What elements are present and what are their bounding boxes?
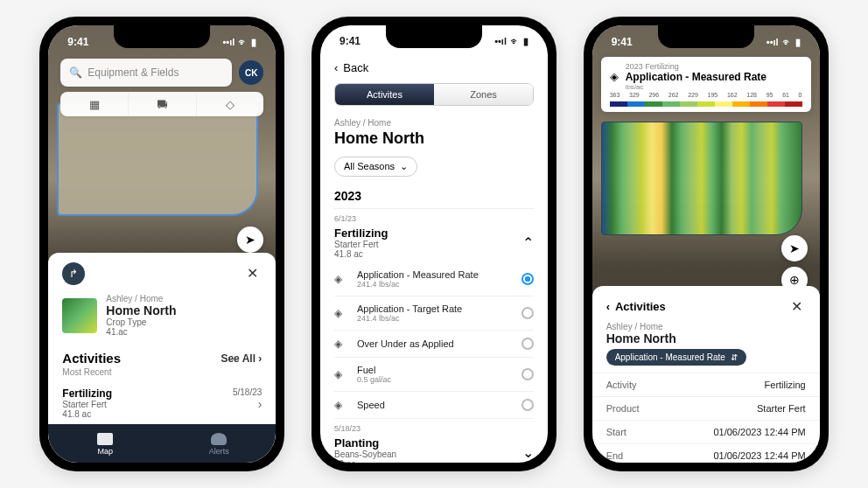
season-filter[interactable]: All Seasons ⌄ <box>334 157 417 177</box>
tab-map[interactable]: Map <box>48 424 162 463</box>
seg-activities[interactable]: Activites <box>335 84 434 105</box>
layers-icon: ◈ <box>334 399 348 411</box>
status-time: 9:41 <box>67 36 88 48</box>
sheet-title: Activities <box>615 300 666 313</box>
tab-alerts[interactable]: Alerts <box>162 424 276 463</box>
field-area: 41.ac <box>106 327 262 337</box>
phone-frame-1: 9:41 ••ıl ᯤ ▮ 🔍 Equipment & Fields CK ▦ … <box>39 17 284 471</box>
radio-button[interactable] <box>522 399 534 411</box>
tool-vehicle-icon[interactable]: ⛟ <box>129 92 197 116</box>
activity-group-fertilizing[interactable]: Fertilizing Starter Fert 41.8 ac ⌃ <box>334 223 534 262</box>
map-icon <box>97 433 113 445</box>
back-button[interactable]: ‹ Back <box>334 58 534 78</box>
notch <box>658 25 754 48</box>
see-all-button[interactable]: See All › <box>220 352 262 365</box>
layers-icon: ◈ <box>334 307 348 319</box>
chevron-down-icon: ⌄ <box>522 444 534 461</box>
radio-button[interactable] <box>522 273 534 285</box>
activity-date: 5/18/23 <box>233 387 262 397</box>
battery-icon: ▮ <box>795 37 801 48</box>
legend-card: ◈ 2023 Fertilizing Application - Measure… <box>601 57 811 112</box>
layers-icon: ◈ <box>334 338 348 350</box>
field-heatmap[interactable] <box>601 122 802 235</box>
layer-option[interactable]: ◈Speed <box>334 392 534 419</box>
layer-option[interactable]: ◈Application - Target Rate241.4 lbs/ac <box>334 296 534 331</box>
search-input[interactable]: 🔍 Equipment & Fields <box>60 59 232 87</box>
breadcrumb: Ashley / Home <box>106 294 262 303</box>
activity-sub: Starter Fert <box>62 400 112 409</box>
activity-name: Fertilizing <box>62 387 112 400</box>
status-time: 9:41 <box>612 36 633 48</box>
tool-tag-icon[interactable]: ◇ <box>197 92 264 116</box>
close-icon[interactable]: ✕ <box>243 261 262 285</box>
phone-frame-3: 9:41 ••ıl ᯤ ▮ ◈ 2023 Fertilizing Applica… <box>584 17 829 471</box>
radio-button[interactable] <box>522 368 534 380</box>
chevron-left-icon: ‹ <box>334 61 338 74</box>
seg-zones[interactable]: Zones <box>434 84 533 105</box>
search-icon: 🔍 <box>69 66 82 79</box>
directions-icon[interactable]: ↱ <box>62 262 85 285</box>
field-outline[interactable] <box>57 102 258 216</box>
activity-group-planting[interactable]: Planting Beans-Soybean 40 ac ⌄ <box>334 433 534 463</box>
crop-type-label: Crop Type <box>106 317 262 327</box>
chevron-left-icon[interactable]: ‹ <box>606 300 610 313</box>
status-time: 9:41 <box>340 35 360 47</box>
layers-icon: ◈ <box>610 70 619 83</box>
chevron-up-icon: ⌃ <box>522 234 534 251</box>
phone-frame-2: 9:41 ••ıl ᯤ ▮ ‹ Back Activites Zones Ash… <box>312 17 556 471</box>
radio-button[interactable] <box>522 307 534 319</box>
battery-icon: ▮ <box>251 37 256 48</box>
signal-icon: ••ıl <box>494 36 507 46</box>
layers-icon: ◈ <box>334 368 348 380</box>
tab-bar: Map Alerts <box>48 424 276 463</box>
detail-row: ProductStarter Fert <box>592 396 820 420</box>
search-placeholder: Equipment & Fields <box>88 66 178 79</box>
activity-area: 41.8 ac <box>62 409 112 419</box>
field-thumbnail <box>62 298 97 333</box>
field-name: Home North <box>606 331 806 345</box>
legend-colorbar <box>610 101 802 107</box>
locate-button[interactable]: ➤ <box>781 235 808 261</box>
legend-title: Application - Measured Rate <box>626 71 802 83</box>
detail-row: Start01/06/2023 12:44 PM <box>592 420 820 443</box>
legend-unit: lbs/ac <box>626 83 802 91</box>
signal-icon: ••ıl <box>223 37 235 47</box>
layer-option[interactable]: ◈Application - Measured Rate241.4 lbs/ac <box>334 262 534 296</box>
tool-strip: ▦ ⛟ ◇ <box>60 92 263 116</box>
breadcrumb: Ashley / Home <box>334 118 534 128</box>
date-header: 5/18/23 <box>334 424 534 433</box>
chevron-down-icon: ⌄ <box>400 161 408 172</box>
detail-row: ActivityFertilizing <box>592 373 820 396</box>
notch <box>386 25 482 48</box>
bell-icon <box>211 433 227 445</box>
most-recent-label: Most Recent <box>48 367 276 382</box>
legend-values: 36332929626222919516212895610 <box>610 92 802 98</box>
wifi-icon: ᯤ <box>510 36 520 46</box>
field-name: Home North <box>106 303 262 317</box>
breadcrumb: Ashley / Home <box>606 322 806 331</box>
avatar[interactable]: CK <box>239 60 263 85</box>
date-header: 6/1/23 <box>334 214 534 223</box>
layer-option[interactable]: ◈Fuel0.5 gal/ac <box>334 358 534 392</box>
field-name: Home North <box>334 129 534 148</box>
activity-detail-sheet: ‹ Activities ✕ Ashley / Home Home North … <box>592 286 820 463</box>
radio-button[interactable] <box>522 338 534 350</box>
wifi-icon: ᯤ <box>782 37 792 47</box>
layers-icon: ◈ <box>334 273 348 285</box>
segmented-control: Activites Zones <box>334 83 534 106</box>
signal-icon: ••ıl <box>766 37 779 47</box>
updown-icon: ⇵ <box>731 352 738 362</box>
legend-year: 2023 Fertilizing <box>626 62 802 71</box>
close-icon[interactable]: ✕ <box>788 295 806 318</box>
activities-title: Activities <box>62 351 121 366</box>
notch <box>114 25 210 48</box>
field-info-sheet: ↱ ✕ Ashley / Home Home North Crop Type 4… <box>48 253 276 463</box>
layer-option[interactable]: ◈Over Under as Applied <box>334 331 534 358</box>
battery-icon: ▮ <box>523 36 528 47</box>
activity-item[interactable]: Fertilizing Starter Fert 41.8 ac 5/18/23… <box>48 382 276 424</box>
tool-grid-icon[interactable]: ▦ <box>60 92 129 116</box>
detail-row: End01/06/2023 12:44 PM <box>592 443 820 463</box>
chevron-right-icon: › <box>258 397 262 411</box>
wifi-icon: ᯤ <box>238 37 248 47</box>
layer-pill[interactable]: Application - Measured Rate ⇵ <box>606 349 746 366</box>
